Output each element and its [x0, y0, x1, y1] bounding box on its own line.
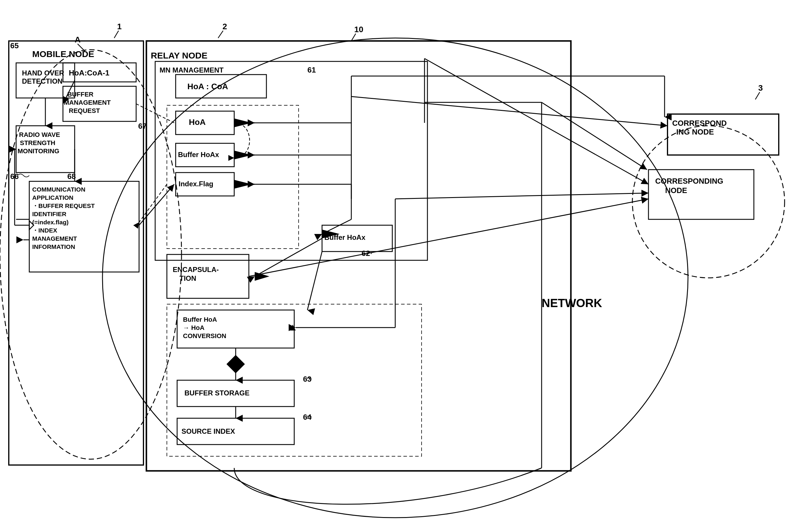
tion-label: TION [180, 274, 196, 282]
mobile-node-label: MOBILE NODE [32, 49, 94, 59]
management-label: MANAGEMENT [64, 99, 111, 106]
ref-65: 65 [10, 41, 19, 50]
index-flag-label: (=index.flag) [32, 219, 69, 226]
label-A: A [75, 35, 80, 44]
comm-app-label: COMMUNICATION [32, 186, 86, 193]
buffer-storage-label: BUFFER STORAGE [184, 389, 250, 397]
request-label: REQUEST [69, 107, 100, 114]
corr-node-circle-label2: NODE [665, 186, 687, 195]
strength-label: STRENGTH [20, 139, 55, 147]
management2-label: MANAGEMENT [32, 235, 77, 242]
conversion-label: CONVERSION [183, 332, 226, 340]
ref-10: 10 [354, 25, 363, 34]
ref-67: 67 [138, 122, 147, 130]
encap-label: ENCAPSULA- [173, 266, 219, 273]
hoa-coa1-label: HoA:CoA-1 [69, 69, 109, 77]
ref-3: 3 [758, 83, 763, 92]
network-label: NETWORK [542, 297, 602, 309]
corr-node-circle-label1: CORRESPONDING [655, 177, 724, 186]
hoa-coa-label: HoA : CoA [187, 82, 228, 91]
source-index-label: SOURCE INDEX [182, 427, 235, 435]
buffer-mgmt-label: BUFFER [67, 91, 93, 98]
diagram: A 1 MOBILE NODE HAND OVER DETECTION HoA:… [0, 0, 801, 532]
information-label: INFORMATION [32, 243, 75, 250]
mn-management-label: MN MANAGEMENT [160, 66, 224, 74]
ref-1: 1 [117, 22, 122, 31]
corr-node-top-label2: ING NODE [676, 128, 714, 136]
ref-63: 63 [303, 375, 311, 383]
application-label: APPLICATION [32, 194, 73, 201]
buffer-hoax-label: Buffer HoAx [178, 151, 219, 158]
radio-wave-label: RADIO WAVE [19, 131, 60, 138]
ref-61: 61 [307, 65, 316, 74]
identifier-label: IDENTIFIER [32, 211, 67, 217]
monitoring-label: MONITORING [18, 147, 59, 155]
hand-over-label: HAND OVER [22, 69, 64, 77]
buffer-hoa-conv-label: Buffer HoA [183, 316, 217, 323]
ref-64: 64 [303, 413, 311, 421]
hoa-label: HoA [189, 118, 206, 127]
svg-rect-8 [0, 0, 801, 532]
buffer-req-label: ・BUFFER REQUEST [32, 203, 95, 209]
index-label: ・INDEX [32, 227, 57, 234]
detection-label: DETECTION [22, 77, 63, 85]
ref-2: 2 [222, 22, 227, 31]
relay-node-label: RELAY NODE [151, 51, 207, 60]
arrow-hoa-label: → HoA [183, 324, 204, 331]
index-flag-box-label: Index.Flag [179, 180, 214, 188]
